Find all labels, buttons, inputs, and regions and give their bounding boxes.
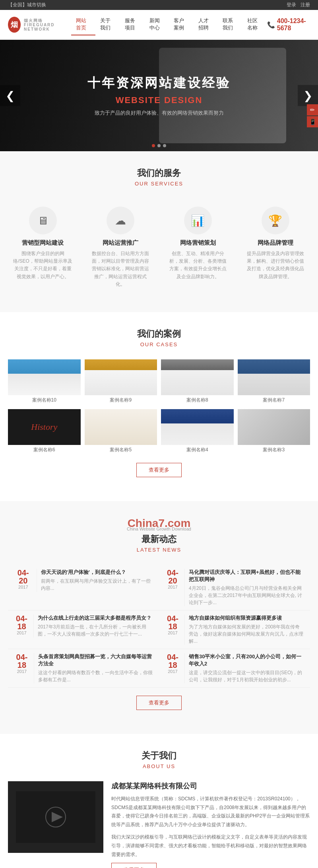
news-more-btn[interactable]: 查看更多 xyxy=(136,696,182,710)
nav-services[interactable]: 服务项目 xyxy=(120,14,145,35)
hero-prev-btn[interactable]: ❮ xyxy=(0,85,20,106)
news-title-en: LATEST NEWS xyxy=(8,547,310,553)
nav-news[interactable]: 新闻中心 xyxy=(145,14,169,35)
nav-cases[interactable]: 客户案例 xyxy=(169,14,194,35)
services-header: 我们的服务 OUR SERVICES xyxy=(8,167,310,187)
news-header: 最新动态 LATEST NEWS xyxy=(8,533,310,553)
nav-contact[interactable]: 联系我们 xyxy=(218,14,242,35)
service-desc-3: 创意、互动、精准用户分析，发展、分析、各类增值方案，有效提升企业增长点及企业品牌… xyxy=(167,250,229,281)
login-link[interactable]: 登录 xyxy=(287,2,296,8)
services-title-cn: 我们的服务 xyxy=(8,167,310,179)
hero-dot-1[interactable] xyxy=(152,144,155,147)
news-date-4: 04-18 2017 xyxy=(165,614,185,645)
cases-more-btn[interactable]: 查看更多 xyxy=(136,463,182,477)
about-section: 关于我们 ABOUT US 成都某某网络科技有限公司 时代网站信息管理系统（简称… xyxy=(0,734,318,868)
case-thumbnail-4 xyxy=(238,359,310,395)
case-item-5[interactable]: History 案例名称6 xyxy=(8,409,81,455)
hero-side-phone-btn[interactable]: 📱 xyxy=(307,116,318,127)
nav-about[interactable]: 关于我们 xyxy=(95,14,120,35)
news-item-6[interactable]: 04-18 2017 销售30平米小公室，只有200人的小公司，如何一年收入2 … xyxy=(159,649,310,688)
hero-title: 十年资深网站建设经验 xyxy=(87,74,231,92)
case-name-1: 案例名称10 xyxy=(8,395,81,405)
services-title-en: OUR SERVICES xyxy=(8,181,310,187)
hotline-number: 400-1234-5678 xyxy=(277,18,310,32)
case-name-8: 案例名称3 xyxy=(238,445,310,455)
service-desc-1: 围绕客户业目的的网络/SEO，帮助网站显示率及关注度，不只是好看，着重视觉效果，… xyxy=(12,250,74,281)
header: 烟 烟火网络 FIREGUARD NETWORK 网站首页 关于我们 服务项目 … xyxy=(0,10,318,40)
about-more-btn[interactable]: 查看更多 xyxy=(111,863,157,868)
service-card-4: 🏆 网络品牌管理 提升品牌营业及内容管理效果，解构、进行营销心价值及打造，优化及… xyxy=(240,199,310,296)
case-history-label: History xyxy=(31,422,57,432)
nav-community[interactable]: 社区名称 xyxy=(242,14,267,35)
service-name-1: 营销型网站建设 xyxy=(12,239,74,247)
news-date-2: 04-20 2017 xyxy=(165,569,185,606)
hero-dot-3[interactable] xyxy=(163,144,166,147)
cases-header: 我们的案例 OUR CASES xyxy=(8,328,310,347)
case-item-4[interactable]: 案例名称7 xyxy=(238,359,310,405)
case-thumbnail-5: History xyxy=(8,409,81,445)
case-item-6[interactable]: 案例名称5 xyxy=(85,409,157,455)
hero-subtitle: WEBSITE DESIGN xyxy=(87,95,231,105)
case-item-2[interactable]: 案例名称9 xyxy=(85,359,157,405)
about-title-en: ABOUT US xyxy=(8,763,310,769)
logo-text: 烟火网络 FIREGUARD NETWORK xyxy=(24,18,71,31)
news-item-5[interactable]: 04-18 2017 头条首席策划网典型招募一览，六大自媒每等运营方法全 这这个… xyxy=(8,649,159,688)
about-grid: 成都某某网络科技有限公司 时代网站信息管理系统（简称：SDCMS，计算机软件著作… xyxy=(8,781,310,868)
service-icon-3: 📊 xyxy=(184,207,212,234)
register-link[interactable]: 注册 xyxy=(301,2,310,8)
case-item-7[interactable]: 案例名称4 xyxy=(161,409,234,455)
hero-next-btn[interactable]: ❯ xyxy=(298,85,318,106)
services-grid: 🖥 营销型网站建设 围绕客户业目的的网络/SEO，帮助网站显示率及关注度，不只是… xyxy=(8,199,310,296)
case-thumbnail-7 xyxy=(161,409,234,445)
service-desc-2: 数据控台台、日站用方方面面，对网以目带管理及内容营销以标准化，网站前营运推广，网… xyxy=(89,250,151,288)
news-grid: 04-20 2017 你天天说的'用户体验'，到底是什么？ 前两年，在互联网与用… xyxy=(8,565,310,688)
news-date-1: 04-20 2017 xyxy=(14,569,37,592)
news-section: China7.com China Website Growth Download… xyxy=(0,501,318,734)
cases-title-cn: 我们的案例 xyxy=(8,328,310,340)
cases-title-en: OUR CASES xyxy=(8,341,310,347)
service-icon-1: 🖥 xyxy=(29,207,57,234)
case-item-3[interactable]: 案例名称8 xyxy=(161,359,234,405)
logo-main: 烟火网络 xyxy=(24,18,71,23)
case-thumbnail-1 xyxy=(8,359,81,395)
case-name-3: 案例名称8 xyxy=(161,395,234,405)
news-date-3: 04-18 2017 xyxy=(14,614,34,638)
case-thumbnail-8 xyxy=(238,409,310,445)
phone-icon: 📞 xyxy=(267,21,275,29)
news-item-2[interactable]: 04-20 2017 马化腾对话庆庆等人：互联网+虽然好，但也不能把互联网神 4… xyxy=(159,565,310,611)
hero-dots xyxy=(152,144,166,147)
service-desc-4: 提升品牌营业及内容管理效果，解构、进行营销心价值及打造，优化及经典强化品牌及品牌… xyxy=(244,250,306,281)
case-thumbnail-2 xyxy=(85,359,157,395)
case-item-8[interactable]: 案例名称3 xyxy=(238,409,310,455)
cases-grid: 案例名称10 案例名称9 案例名称8 案例名称7 History 案例名称6 案… xyxy=(8,359,310,455)
service-card-3: 📊 网络营销策划 创意、互动、精准用户分析，发展、分析、各类增值方案，有效提升企… xyxy=(163,199,233,296)
case-thumbnail-6 xyxy=(85,409,157,445)
cases-section: 我们的案例 OUR CASES 案例名称10 案例名称9 案例名称8 案例名称7… xyxy=(0,312,318,501)
case-thumbnail-3 xyxy=(161,359,234,395)
news-watermark: China7.com China Website Growth Download xyxy=(8,517,310,531)
hero-dot-2[interactable] xyxy=(157,144,161,147)
news-date-6: 04-18 2017 xyxy=(165,653,185,683)
service-icon-4: 🏆 xyxy=(262,207,289,234)
location-text[interactable]: 【全国】城市切换 xyxy=(8,2,46,8)
news-watermark-text: China7.com xyxy=(128,517,191,529)
nav-jobs[interactable]: 人才招聘 xyxy=(194,14,218,35)
about-title-cn: 关于我们 xyxy=(8,750,310,762)
case-name-4: 案例名称7 xyxy=(238,395,310,405)
news-item-3[interactable]: 04-18 2017 为什么在线上行走的这三届采大多都是程序员女？ 2017年3… xyxy=(8,611,159,649)
nav-home[interactable]: 网站首页 xyxy=(71,14,96,35)
case-name-5: 案例名称6 xyxy=(8,445,81,455)
about-header: 关于我们 ABOUT US xyxy=(8,750,310,769)
news-item-1[interactable]: 04-20 2017 你天天说的'用户体验'，到底是什么？ 前两年，在互联网与用… xyxy=(8,565,159,611)
case-item-1[interactable]: 案例名称10 xyxy=(8,359,81,405)
service-card-2: ☁ 网站运营推广 数据控台台、日站用方方面面，对网以目带管理及内容营销以标准化，… xyxy=(85,199,155,296)
about-desc-2: 我们大深汉沙的模板引导，与互联网络已设计的模板定义文字，自定义表单等灵活的内容发… xyxy=(111,833,310,859)
news-item-4[interactable]: 04-18 2017 地方自媒体如何组织有限资源赢得更多读 为了方地方自媒体如何… xyxy=(159,611,310,649)
hero-desc: 致力于产品的良好用户体验、有效的网络营销效果而努力 xyxy=(87,109,231,117)
topbar: 【全国】城市切换 登录 注册 xyxy=(0,0,318,10)
case-name-6: 案例名称5 xyxy=(85,445,157,455)
logo-icon: 烟 xyxy=(8,17,21,33)
news-date-5: 04-18 2017 xyxy=(14,653,34,683)
hero-side-edit-btn[interactable]: ✏ xyxy=(307,104,318,115)
logo-sub: FIREGUARD NETWORK xyxy=(24,23,71,31)
